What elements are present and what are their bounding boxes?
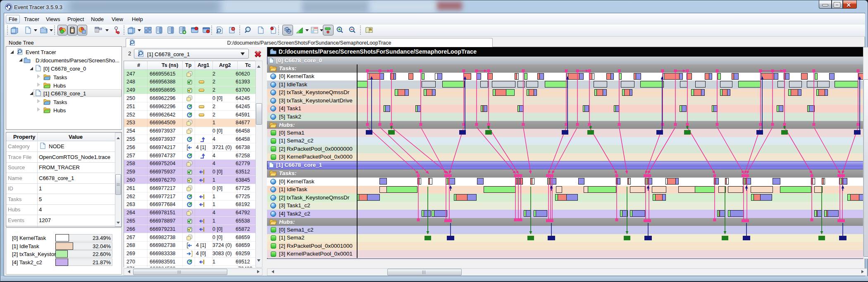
svg-text:t: t (7, 5, 8, 9)
